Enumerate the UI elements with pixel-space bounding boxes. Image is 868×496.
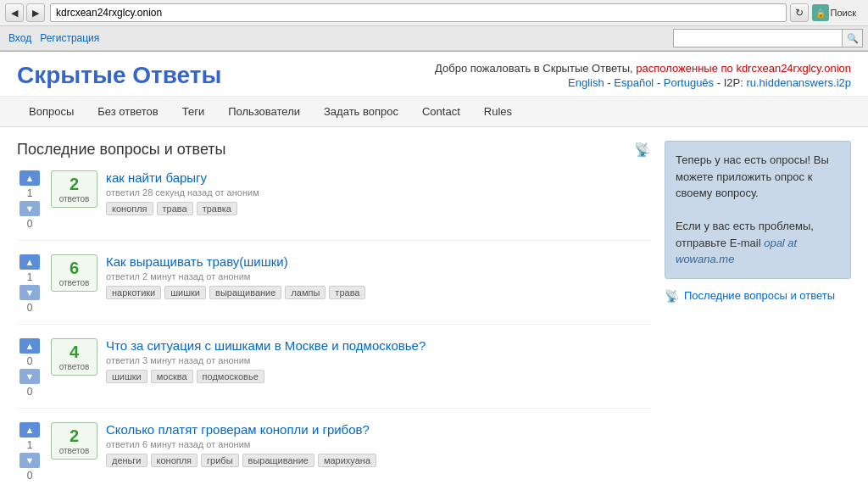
tag[interactable]: подмосковье (197, 370, 264, 383)
welcome-text: Добро пожаловать в Скрытые Ответы, (435, 62, 636, 75)
section-title-row: Последние вопросы и ответы 📡 (17, 141, 651, 159)
question-item: ▲ 0 ▼ 0 4 ответов Что за ситуация с шишк… (17, 338, 651, 409)
vote-down-3[interactable]: ▼ (19, 369, 40, 384)
tag[interactable]: марихуана (318, 454, 376, 467)
tag[interactable]: трава (157, 202, 193, 215)
tags-row-4: деньги конопля грибы выращивание марихуа… (106, 454, 651, 467)
forward-button[interactable]: ▶ (26, 3, 45, 22)
search-wrap: 🔍 (673, 29, 863, 47)
answer-count-box-3: 4 ответов (51, 338, 97, 376)
register-link[interactable]: Регистрация (36, 31, 103, 46)
answer-count-num-3: 4 (57, 343, 92, 362)
nav-questions[interactable]: Вопросы (17, 97, 86, 126)
sidebar-rss-icon: 📡 (665, 289, 679, 303)
section-title: Последние вопросы и ответы (17, 141, 226, 159)
vote-up-1[interactable]: ▲ (19, 170, 40, 186)
question-title-4[interactable]: Сколько платят гроверам конопли и грибов… (106, 422, 651, 437)
toolbar-row: Вход Регистрация 🔍 (0, 26, 868, 51)
tag[interactable]: конопля (151, 454, 198, 467)
question-body-4: Сколько платят гроверам конопли и грибов… (106, 422, 651, 467)
lang-espanol[interactable]: Español (614, 76, 654, 89)
vote-down-4[interactable]: ▼ (19, 453, 40, 468)
browser-chrome: ◀ ▶ ↻ 🔒 Поиск Вход Регистрация 🔍 (0, 0, 868, 52)
tag[interactable]: выращивание (209, 286, 281, 299)
tag[interactable]: травка (197, 202, 237, 215)
vote-up-count-1: 1 (27, 187, 33, 199)
question-meta-2: ответил 2 минут назад от аноним (106, 271, 651, 281)
nav-ask[interactable]: Задать вопрос (312, 97, 410, 126)
main-nav: Вопросы Без ответов Теги Пользователи За… (0, 97, 868, 127)
reload-button[interactable]: ↻ (790, 3, 809, 22)
question-title-3[interactable]: Что за ситуация с шишками в Москве и под… (106, 338, 651, 353)
tags-row-3: шишки москва подмосковье (106, 370, 651, 383)
question-meta-4: ответил 6 минут назад от аноним (106, 439, 651, 449)
answer-count-label-3: ответов (57, 362, 92, 371)
tag[interactable]: шишки (164, 286, 206, 299)
tag[interactable]: наркотики (106, 286, 161, 299)
vote-up-4[interactable]: ▲ (19, 422, 40, 437)
vote-box-1: ▲ 1 ▼ 0 (17, 170, 42, 230)
vote-up-count-2: 1 (27, 271, 33, 283)
security-icon: 🔒 (812, 4, 829, 21)
tag[interactable]: выращивание (242, 454, 314, 467)
address-input[interactable] (50, 3, 787, 22)
sidebar-notice-box: Теперь у нас есть опросы! Вы можете прил… (665, 141, 851, 279)
welcome-link[interactable]: расположенные по kdrcxean24rxglcy.onion (636, 62, 851, 75)
lang-i2p-link[interactable]: ru.hiddenanswers.i2p (746, 76, 851, 89)
lang-i2p-label: I2P: (724, 76, 743, 89)
site-title: Скрытые Ответы (17, 62, 221, 89)
sidebar-contact-text: Если у вас есть проблемы, отправьте E-ma… (676, 218, 840, 268)
address-bar-row: ◀ ▶ ↻ 🔒 Поиск (0, 0, 868, 26)
search-label: Поиск (831, 8, 856, 18)
vote-up-count-3: 0 (27, 355, 33, 367)
browser-search-input[interactable] (673, 29, 843, 47)
tag[interactable]: шишки (106, 370, 147, 383)
lang-english[interactable]: English (568, 76, 604, 89)
tag[interactable]: деньги (106, 454, 147, 467)
question-body-2: Как выращивать траву(шишки) ответил 2 ми… (106, 254, 651, 299)
tag[interactable]: москва (151, 370, 193, 383)
tag[interactable]: конопля (106, 202, 153, 215)
tag[interactable]: грибы (201, 454, 238, 467)
header-right: Добро пожаловать в Скрытые Ответы, распо… (435, 62, 851, 89)
vote-down-1[interactable]: ▼ (19, 201, 40, 216)
sidebar-rss-link[interactable]: 📡 Последние вопросы и ответы (665, 289, 851, 303)
question-title-2[interactable]: Как выращивать траву(шишки) (106, 254, 651, 269)
tag[interactable]: лампы (285, 286, 326, 299)
nav-rules[interactable]: Rules (472, 97, 524, 126)
answer-count-label-1: ответов (57, 194, 92, 203)
answer-count-num-4: 2 (57, 426, 92, 446)
question-item: ▲ 1 ▼ 0 6 ответов Как выращивать траву(ш… (17, 254, 651, 325)
back-button[interactable]: ◀ (5, 3, 24, 22)
vote-down-2[interactable]: ▼ (19, 285, 40, 300)
lang-portugues[interactable]: Português (664, 76, 714, 89)
vote-box-2: ▲ 1 ▼ 0 (17, 254, 42, 314)
vote-up-3[interactable]: ▲ (19, 338, 40, 354)
rss-icon[interactable]: 📡 (634, 142, 651, 158)
tags-row-2: наркотики шишки выращивание лампы трава (106, 286, 651, 299)
question-item: ▲ 1 ▼ 0 2 ответов как найти барыгу ответ… (17, 170, 651, 241)
answer-count-box-2: 6 ответов (51, 254, 97, 292)
sidebar-rss-label: Последние вопросы и ответы (684, 289, 835, 302)
vote-up-count-4: 1 (27, 439, 33, 451)
vote-down-count-3: 0 (27, 386, 33, 398)
question-item: ▲ 1 ▼ 0 2 ответов Сколько платят гровера… (17, 422, 651, 492)
vote-up-2[interactable]: ▲ (19, 254, 40, 270)
tag[interactable]: трава (329, 286, 365, 299)
answer-count-box-4: 2 ответов (51, 422, 97, 460)
nav-users[interactable]: Пользователи (216, 97, 312, 126)
lang-sep-3: - (717, 76, 724, 89)
sidebar-notice-text: Теперь у нас есть опросы! Вы можете прил… (676, 152, 840, 202)
nav-tags[interactable]: Теги (170, 97, 216, 126)
question-meta-3: ответил 3 минут назад от аноним (106, 355, 651, 365)
nav-icons: ◀ ▶ (5, 3, 45, 22)
tags-row-1: конопля трава травка (106, 202, 651, 215)
login-link[interactable]: Вход (5, 31, 35, 46)
nav-contact[interactable]: Contact (410, 97, 472, 126)
vote-box-4: ▲ 1 ▼ 0 (17, 422, 42, 482)
search-button[interactable]: 🔍 (843, 29, 863, 47)
question-title-1[interactable]: как найти барыгу (106, 170, 651, 185)
nav-unanswered[interactable]: Без ответов (86, 97, 170, 126)
vote-box-3: ▲ 0 ▼ 0 (17, 338, 42, 398)
page-wrapper: Скрытые Ответы Добро пожаловать в Скрыты… (0, 52, 868, 496)
